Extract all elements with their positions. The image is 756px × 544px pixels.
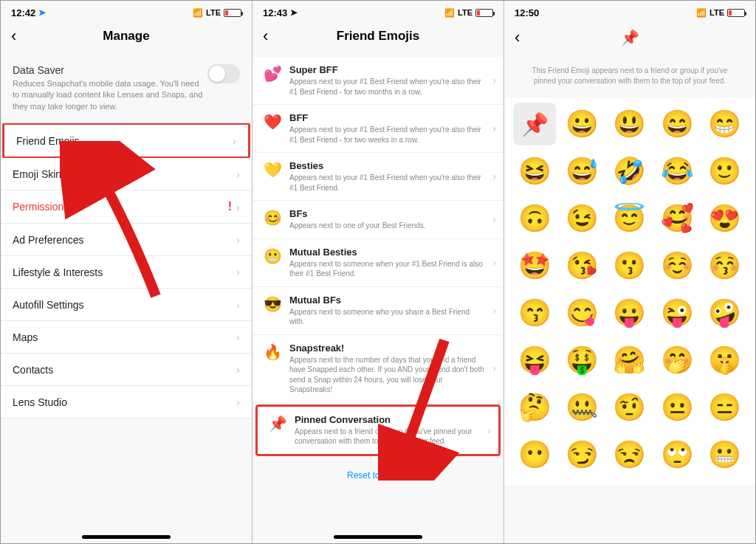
friend-emoji-row-bfs[interactable]: 😊BFsAppears next to one of your Best Fri…	[252, 201, 504, 239]
emoji-option[interactable]: ☺️	[656, 244, 698, 287]
settings-row-autofill-settings[interactable]: Autofill Settings›	[1, 289, 252, 321]
emoji-option[interactable]: 😋	[560, 292, 603, 334]
emoji-option[interactable]: 🙄	[656, 433, 698, 476]
chevron-right-icon: ›	[236, 363, 240, 376]
friend-emoji-icon: 📌	[267, 415, 289, 433]
battery-icon	[224, 9, 241, 17]
emoji-option[interactable]: 😚	[704, 244, 746, 287]
emoji-option[interactable]: 🤐	[560, 386, 603, 429]
back-button[interactable]: ‹	[11, 27, 16, 46]
chevron-right-icon: ›	[492, 362, 496, 374]
data-saver-title: Data Saver	[13, 64, 240, 76]
emoji-option[interactable]: 🥰	[656, 197, 698, 240]
friend-emoji-row-bff[interactable]: ❤️BFFAppears next to your #1 Best Friend…	[252, 105, 504, 153]
emoji-option[interactable]: 😏	[560, 433, 603, 476]
friend-emoji-row-besties[interactable]: 💛BestiesAppears next to your #1 Best Fri…	[252, 153, 504, 201]
emoji-option[interactable]: 😗	[608, 244, 651, 287]
row-label: Lifestyle & Interests	[13, 266, 103, 278]
emoji-option[interactable]: 🙂	[704, 150, 746, 193]
nav-header: ‹ Friend Emojis	[252, 21, 504, 57]
row-label: Friend Emojis	[16, 135, 80, 147]
back-button[interactable]: ‹	[263, 27, 268, 46]
status-time: 12:50	[515, 7, 539, 18]
settings-row-lifestyle-interests[interactable]: Lifestyle & Interests›	[1, 256, 252, 289]
data-saver-toggle[interactable]	[207, 64, 240, 83]
emoji-option[interactable]: 🤩	[513, 244, 556, 287]
emoji-option[interactable]: 😙	[513, 292, 556, 334]
chevron-right-icon: ›	[487, 424, 491, 436]
friend-emoji-row-mutual-besties[interactable]: 😬Mutual BestiesAppears next to someone w…	[252, 239, 504, 287]
emoji-option[interactable]: 😝	[513, 339, 556, 382]
emoji-option[interactable]: 😑	[704, 386, 746, 429]
friend-emojis-list[interactable]: 💕Super BFFAppears next to your #1 Best F…	[252, 57, 504, 543]
emoji-option[interactable]: 😃	[608, 103, 651, 145]
emoji-option[interactable]: 🤗	[608, 339, 651, 382]
emoji-option[interactable]: 😍	[704, 197, 746, 240]
emoji-option[interactable]: 😶	[513, 433, 556, 476]
triptych-container: 12:42 ➤ 📶 LTE ‹ Manage Data Saver Reduce…	[0, 0, 756, 544]
emoji-option[interactable]: 🤑	[560, 339, 603, 382]
emoji-option[interactable]: 🤫	[704, 339, 746, 382]
emoji-option[interactable]: 😄	[656, 103, 698, 145]
friend-emoji-desc: Appears next to someone when your #1 Bes…	[289, 259, 485, 279]
friend-emoji-row-mutual-bfs[interactable]: 😎Mutual BFsAppears next to someone who y…	[252, 287, 504, 335]
emoji-option[interactable]: 😬	[704, 433, 746, 476]
friend-emoji-row-snapstreak-[interactable]: 🔥Snapstreak!Appears next to the number o…	[252, 335, 504, 403]
reset-to-default[interactable]: Reset to default	[252, 458, 504, 492]
location-icon: ➤	[38, 7, 46, 18]
emoji-option[interactable]: 📌	[513, 103, 556, 145]
emoji-grid-scroll[interactable]: 📌😀😃😄😁😆😅🤣😂🙂🙃😉😇🥰😍🤩😘😗☺️😚😙😋😛😜🤪😝🤑🤗🤭🤫🤔🤐🤨😐😑😶😏😒🙄…	[504, 98, 755, 543]
emoji-option[interactable]: 🤭	[656, 339, 698, 382]
picker-description: This Friend Emoji appears next to a frie…	[504, 60, 755, 98]
data-saver-section: Data Saver Reduces Snapchat's mobile dat…	[1, 57, 252, 123]
friend-emoji-desc: Appears next to your #1 Best Friend when…	[289, 173, 485, 193]
emoji-option[interactable]: 🙃	[513, 197, 556, 240]
friend-emoji-row-pinned-conversation[interactable]: 📌Pinned ConversationAppears next to a fr…	[255, 404, 501, 456]
chevron-right-icon: ›	[492, 123, 496, 134]
emoji-option[interactable]: 🤨	[608, 386, 651, 429]
nav-header: ‹ Manage	[1, 21, 252, 57]
friend-emoji-row-super-bff[interactable]: 💕Super BFFAppears next to your #1 Best F…	[252, 57, 504, 105]
friend-emoji-title: Snapstreak!	[289, 342, 485, 354]
home-indicator[interactable]	[82, 535, 171, 539]
chevron-right-icon: ›	[492, 257, 496, 269]
settings-row-permissions[interactable]: Permissions!›	[1, 190, 252, 224]
emoji-option[interactable]: 😜	[656, 292, 698, 334]
friend-emoji-title: BFs	[289, 208, 485, 219]
back-button[interactable]: ‹	[515, 28, 520, 47]
screen-emoji-picker: 12:50 📶 LTE ‹ 📌 This Friend Emoji appear…	[504, 1, 755, 543]
settings-row-ad-preferences[interactable]: Ad Preferences›	[1, 224, 252, 256]
friend-emoji-icon: 🔥	[261, 343, 284, 361]
manage-content[interactable]: Data Saver Reduces Snapchat's mobile dat…	[1, 57, 252, 543]
settings-row-emoji-skin-tone[interactable]: Emoji Skin Tone›	[1, 158, 252, 190]
emoji-option[interactable]: 😇	[608, 197, 651, 240]
emoji-option[interactable]: 🤔	[513, 386, 556, 429]
emoji-option[interactable]: 😁	[704, 103, 746, 145]
emoji-option[interactable]: 😐	[656, 386, 698, 429]
status-bar: 12:42 ➤ 📶 LTE	[1, 1, 252, 21]
emoji-option[interactable]: 😒	[608, 433, 651, 476]
chevron-right-icon: ›	[236, 298, 240, 311]
screen-manage: 12:42 ➤ 📶 LTE ‹ Manage Data Saver Reduce…	[1, 1, 252, 543]
settings-row-lens-studio[interactable]: Lens Studio›	[1, 386, 252, 419]
emoji-option[interactable]: 😛	[608, 292, 651, 334]
chevron-right-icon: ›	[236, 266, 240, 278]
emoji-option[interactable]: 😀	[560, 103, 603, 145]
emoji-option[interactable]: 🤣	[608, 150, 651, 193]
settings-row-contacts[interactable]: Contacts›	[1, 354, 252, 386]
emoji-option[interactable]: 😅	[560, 150, 603, 193]
chevron-right-icon: ›	[492, 213, 496, 225]
emoji-option[interactable]: 😂	[656, 150, 698, 193]
emoji-option[interactable]: 😉	[560, 197, 603, 240]
battery-icon	[727, 9, 745, 17]
emoji-option[interactable]: 😆	[513, 150, 556, 193]
emoji-option[interactable]: 😘	[560, 244, 603, 287]
header-emoji: 📌	[621, 29, 639, 47]
data-saver-desc: Reduces Snapchat's mobile data usage. Yo…	[13, 78, 240, 112]
chevron-right-icon: ›	[236, 396, 240, 408]
row-label: Lens Studio	[13, 396, 67, 408]
settings-row-friend-emojis[interactable]: Friend Emojis›	[2, 123, 250, 159]
emoji-option[interactable]: 🤪	[704, 292, 746, 334]
home-indicator[interactable]	[334, 535, 422, 539]
settings-row-maps[interactable]: Maps›	[1, 321, 252, 354]
